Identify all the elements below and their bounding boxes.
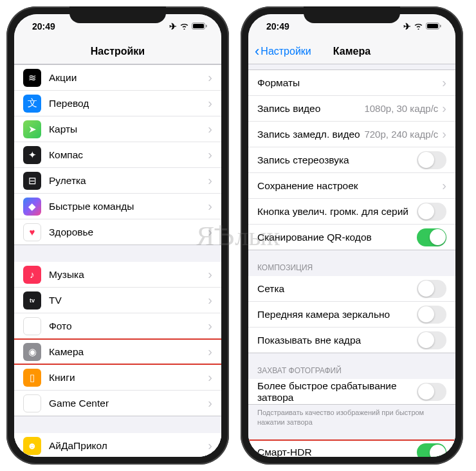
- settings-row[interactable]: ➤Карты›: [14, 116, 221, 142]
- notch: [69, 6, 166, 23]
- row-label: Быстрые команды: [49, 201, 208, 212]
- settings-row[interactable]: ≋Акции›: [14, 65, 221, 91]
- app1-icon: ☻: [23, 437, 41, 455]
- row-label: TV: [49, 295, 208, 306]
- settings-row[interactable]: ♥Здоровье›: [14, 219, 221, 245]
- row-label: Показывать вне кадра: [257, 335, 417, 346]
- group-header: ЗАХВАТ ФОТОГРАФИЙ: [248, 353, 455, 379]
- camera-settings-list[interactable]: Форматы›Запись видео1080p, 30 кадр/с›Зап…: [248, 64, 455, 457]
- settings-group: ≋Акции›文Перевод›➤Карты›✦Компас›⊟Рулетка›…: [14, 64, 221, 245]
- settings-group: Более быстрое срабатывание затвора: [248, 379, 455, 405]
- toggle-switch[interactable]: [417, 443, 446, 457]
- chevron-right-icon: ›: [208, 122, 212, 136]
- row-label: Музыка: [49, 269, 208, 281]
- settings-group: ♪Музыка›tvTV›❁Фото›◉Камера›▯Книги›✿Game …: [14, 262, 221, 416]
- music-icon: ♪: [23, 266, 41, 284]
- chevron-right-icon: ›: [208, 344, 212, 359]
- status-time: 20:49: [32, 21, 55, 32]
- settings-row[interactable]: Форматы›: [248, 70, 455, 96]
- chevron-right-icon: ›: [208, 199, 212, 214]
- row-label: Сетка: [257, 283, 417, 295]
- compass-icon: ✦: [23, 146, 41, 164]
- row-label: Запись видео: [257, 103, 364, 115]
- settings-group: ☻АйДаПрикол›✿Балда›$БПС-Сбербанк›ККиноПо…: [14, 433, 221, 457]
- nav-bar-left: Настройки: [14, 39, 221, 64]
- row-label: АйДаПрикол: [49, 440, 208, 452]
- settings-row[interactable]: Показывать вне кадра: [248, 328, 455, 353]
- chevron-right-icon: ›: [208, 96, 212, 111]
- settings-row[interactable]: Сетка: [248, 276, 455, 302]
- shortcuts-icon: ◆: [23, 198, 41, 216]
- row-label: Кнопка увелич. громк. для серий: [257, 206, 417, 217]
- gamecenter-icon: ✿: [23, 394, 41, 412]
- settings-row[interactable]: ◉Камера›: [14, 339, 221, 365]
- settings-row[interactable]: ◆Быстрые команды›: [14, 194, 221, 219]
- chevron-right-icon: ›: [442, 127, 446, 142]
- settings-row[interactable]: Сканирование QR-кодов: [248, 225, 455, 250]
- settings-row[interactable]: ♪Музыка›: [14, 262, 221, 288]
- settings-row[interactable]: tvTV›: [14, 288, 221, 313]
- settings-row[interactable]: ✦Компас›: [14, 142, 221, 168]
- settings-row[interactable]: Сохранение настроек›: [248, 173, 455, 199]
- chevron-right-icon: ›: [208, 173, 212, 188]
- settings-row[interactable]: Запись замедл. видео720p, 240 кадр/с›: [248, 122, 455, 147]
- settings-row[interactable]: Смарт-HDR: [248, 440, 455, 457]
- status-icons: ✈︎: [403, 21, 441, 32]
- chevron-right-icon: ›: [208, 396, 212, 411]
- notch: [304, 6, 400, 23]
- settings-row[interactable]: 文Перевод›: [14, 91, 221, 116]
- back-button[interactable]: ‹ Настройки: [255, 44, 311, 59]
- phone-right: 20:49 ✈︎ ‹ Настройки Камера Форматы›Запи…: [241, 6, 463, 465]
- row-label: Камера: [49, 346, 208, 358]
- settings-row[interactable]: ▯Книги›: [14, 365, 221, 391]
- row-label: Книги: [49, 372, 208, 383]
- svg-rect-2: [206, 25, 207, 28]
- row-label: Смарт-HDR: [257, 447, 417, 457]
- chevron-right-icon: ›: [208, 225, 212, 239]
- row-label: Более быстрое срабатывание затвора: [257, 380, 417, 403]
- settings-row[interactable]: Более быстрое срабатывание затвора: [248, 379, 455, 405]
- toggle-switch[interactable]: [417, 280, 446, 298]
- group-header: КОМПОЗИЦИЯ: [248, 250, 455, 276]
- toggle-switch[interactable]: [417, 331, 446, 349]
- chevron-right-icon: ›: [208, 267, 212, 282]
- toggle-switch[interactable]: [417, 228, 446, 246]
- nav-title: Настройки: [14, 46, 221, 57]
- settings-row[interactable]: ✿Game Center›: [14, 391, 221, 416]
- settings-group: СеткаПередняя камера зеркальноПоказывать…: [248, 276, 455, 353]
- settings-row[interactable]: Передняя камера зеркально: [248, 302, 455, 328]
- row-detail: 1080p, 30 кадр/с: [364, 103, 438, 114]
- settings-row[interactable]: ⊟Рулетка›: [14, 168, 221, 194]
- chevron-right-icon: ›: [208, 293, 212, 308]
- maps-icon: ➤: [23, 120, 41, 138]
- toggle-switch[interactable]: [417, 151, 446, 169]
- row-label: Передняя камера зеркально: [257, 309, 417, 320]
- settings-group: Смарт-HDR: [248, 440, 455, 457]
- toggle-switch[interactable]: [417, 383, 446, 401]
- toggle-switch[interactable]: [417, 203, 446, 221]
- chevron-left-icon: ‹: [255, 44, 259, 59]
- row-detail: 720p, 240 кадр/с: [364, 129, 438, 140]
- chevron-right-icon: ›: [208, 70, 212, 85]
- settings-row[interactable]: ❁Фото›: [14, 313, 221, 339]
- back-label: Настройки: [261, 46, 311, 57]
- row-label: Сохранение настроек: [257, 180, 442, 192]
- row-label: Запись стереозвука: [257, 154, 417, 166]
- chevron-right-icon: ›: [208, 438, 212, 453]
- settings-row[interactable]: ☻АйДаПрикол›: [14, 433, 221, 457]
- settings-row[interactable]: Запись стереозвука: [248, 147, 455, 173]
- row-label: Карты: [49, 124, 208, 135]
- chevron-right-icon: ›: [442, 178, 446, 193]
- books-icon: ▯: [23, 369, 41, 387]
- stocks-icon: ≋: [23, 69, 41, 87]
- health-icon: ♥: [23, 223, 41, 241]
- chevron-right-icon: ›: [442, 75, 446, 90]
- row-label: Game Center: [49, 398, 208, 409]
- settings-row[interactable]: Запись видео1080p, 30 кадр/с›: [248, 96, 455, 122]
- settings-row[interactable]: Кнопка увелич. громк. для серий: [248, 199, 455, 225]
- toggle-switch[interactable]: [417, 306, 446, 324]
- wifi-icon: [414, 21, 423, 32]
- status-time: 20:49: [266, 21, 289, 32]
- settings-list[interactable]: ≋Акции›文Перевод›➤Карты›✦Компас›⊟Рулетка›…: [14, 64, 221, 457]
- group-footer: Подстраивать качество изображений при бы…: [248, 405, 455, 431]
